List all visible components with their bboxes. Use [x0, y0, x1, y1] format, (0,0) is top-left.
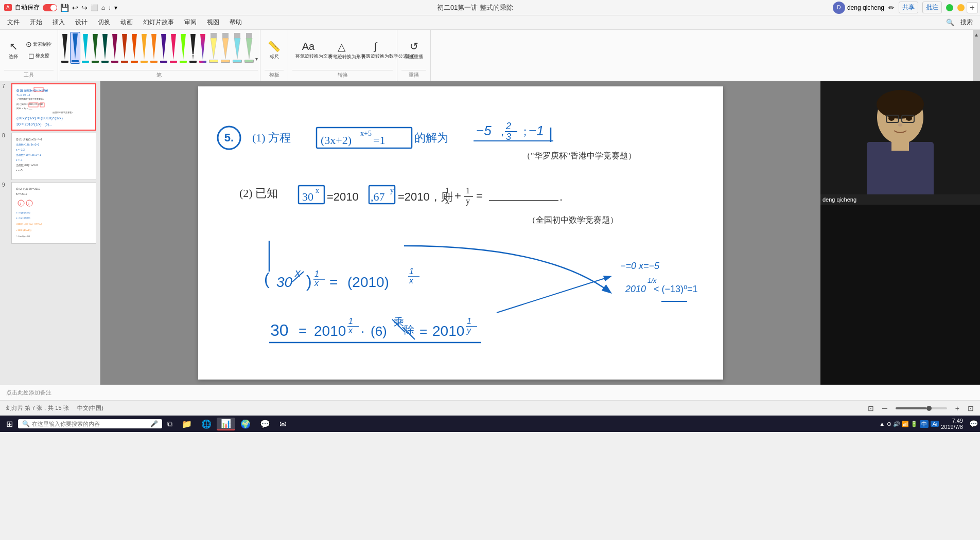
replay-btn[interactable]: ↺ 墨迹重播 [401, 38, 426, 62]
note-bar[interactable]: 点击此处添加备注 [0, 385, 980, 400]
pen-wavy[interactable] [188, 33, 198, 64]
fit-page-btn[interactable]: ⊡ [968, 404, 974, 412]
to-text-btn[interactable]: Aa 将笔迹转换为文本 [292, 39, 324, 61]
taskbar-app-mail[interactable]: ✉ [275, 418, 290, 430]
templates-group: 📏 标尺 [265, 32, 284, 68]
notification-btn[interactable]: 💬 [969, 420, 978, 428]
share-btn[interactable]: 共享 [899, 2, 918, 13]
undo-btn[interactable]: ↩ [72, 4, 78, 12]
slide-9-thumb[interactable]: ⑤ (2) 已知 30ˣ=2010 67ʸ=2010 1 2 x = log₃₀… [11, 182, 96, 244]
add-pen-btn[interactable]: + [967, 2, 978, 13]
comment-btn[interactable]: 批注 [922, 2, 942, 13]
slide-svg: 5. (1) 方程 (3x+2) x+5 =1 的解为 −5 ， 2 3 ； −… [198, 86, 723, 380]
svg-marker-15 [200, 34, 205, 60]
title-bar-left: A 自动保存 💾 ↩ ↪ ⬜ ⌂ ↓ ▾ [4, 3, 117, 12]
taskbar-app-chrome[interactable]: 🌐 [197, 418, 216, 430]
clock-date: 2019/7/8 [941, 424, 963, 430]
slide-8-thumb[interactable]: ⑤ (1) 方程(3x+2)ˣ⁺⁵=1 当底数=1时: 3x+2=1 x = -… [11, 133, 96, 180]
pen-teal[interactable] [100, 33, 110, 64]
replay-group: ↺ 墨迹重播 [401, 32, 426, 68]
lasso-tool[interactable]: ⊙ 套索制控 [24, 39, 54, 49]
pen-rose[interactable] [169, 33, 178, 64]
taskbar-app-wechat[interactable]: 💬 [256, 418, 274, 430]
menu-view[interactable]: 视图 [203, 16, 223, 28]
webcam-video [820, 81, 980, 194]
task-view-btn[interactable]: ⧉ [163, 419, 177, 429]
ime-icon[interactable]: 中 [920, 420, 929, 428]
svg-text:−1: −1 [529, 123, 544, 138]
zoom-slider[interactable] [896, 407, 947, 409]
pen-darkgreen[interactable] [91, 33, 100, 64]
clock[interactable]: 7:49 2019/7/8 [941, 418, 967, 430]
minimize-btn[interactable] [946, 4, 953, 11]
pen-purple[interactable] [159, 33, 168, 64]
pen-pink[interactable] [110, 33, 119, 64]
slide-8-num: 8 [2, 133, 9, 138]
maximize-btn[interactable] [957, 4, 965, 11]
pen-cyan[interactable] [81, 33, 90, 64]
pen-orange[interactable] [130, 33, 139, 64]
eraser-tool[interactable]: ◻ 橡皮擦 [24, 50, 54, 61]
menu-slideshow[interactable]: 幻灯片故事 [139, 16, 178, 28]
svg-text:−5: −5 [476, 123, 492, 138]
pen-green[interactable] [179, 33, 188, 64]
menu-search[interactable]: 搜索 [956, 16, 977, 28]
menu-transition[interactable]: 切换 [94, 16, 114, 28]
taskbar-search[interactable]: 🔍 🎤 [18, 419, 162, 428]
more2-icon[interactable]: ↓ [108, 4, 111, 11]
pen-gradient[interactable] [198, 33, 207, 64]
taskbar-app-edge[interactable]: 🌍 [236, 418, 255, 430]
svg-text:x: x [316, 187, 319, 194]
zoom-out-btn[interactable]: ─ [882, 404, 887, 412]
redo-btn[interactable]: ↪ [81, 4, 87, 12]
start-btn[interactable]: ⊞ [2, 418, 17, 430]
pen-amber[interactable] [149, 33, 159, 64]
slide-info: 幻灯片 第 7 张，共 15 张 [6, 404, 69, 412]
menu-file[interactable]: 文件 [3, 16, 24, 28]
taskbar-app-explorer[interactable]: 📁 [178, 418, 196, 430]
zoom-thumb[interactable] [926, 406, 932, 411]
to-shape-btn[interactable]: △ 将笔迹转换为形状 [325, 39, 357, 62]
tray-up-icon[interactable]: ▲ [879, 421, 885, 427]
more-icon[interactable]: ⌂ [101, 4, 105, 11]
pen-icon[interactable]: ✏ [888, 4, 895, 12]
taskbar-app-ppt[interactable]: 📊 [217, 418, 235, 430]
fit-width-btn[interactable]: ⊡ [868, 404, 874, 412]
pen-black[interactable] [60, 33, 69, 64]
pen-expand[interactable]: ▾ [255, 56, 258, 64]
menu-animation[interactable]: 动画 [116, 16, 137, 28]
menu-insert[interactable]: 插入 [48, 16, 69, 28]
ruler-btn[interactable]: 📏 标尺 [265, 38, 284, 62]
pen-highlight-green[interactable] [243, 32, 255, 64]
main-area: 7 ⑤ (1) 方程(3x+2)ˣ⁺⁵=1的解 为—5, 2/3; —1 （"华… [0, 81, 980, 385]
save-icon[interactable]: 💾 [60, 4, 69, 12]
pen-highlight-teal[interactable] [232, 32, 243, 64]
svg-text:(6): (6) [371, 323, 387, 339]
svg-text:+: + [454, 189, 461, 202]
autosave-toggle[interactable] [43, 4, 57, 11]
menu-design[interactable]: 设计 [71, 16, 92, 28]
svg-marker-4 [102, 34, 108, 60]
select-tool[interactable]: ↖ 选择 [4, 38, 23, 62]
menu-review[interactable]: 审阅 [180, 16, 201, 28]
tray-icons: ⊙ 🔊 📶 🔋 [887, 421, 918, 427]
svg-marker-0 [62, 34, 67, 60]
pen-highlight-yellow[interactable] [208, 32, 219, 64]
svg-text:1: 1 [466, 186, 470, 195]
zoom-in-btn[interactable]: + [955, 404, 959, 412]
to-math-btn[interactable]: ∫ 将圆迹转换为数学公式(M) [358, 39, 393, 61]
pen-yellow[interactable] [139, 33, 149, 64]
pen-redorange[interactable] [120, 33, 129, 64]
svg-text:当底数=-1时: 3x+2=-1: 当底数=-1时: 3x+2=-1 [16, 153, 41, 156]
ribbon-collapse-btn[interactable]: ▲ [973, 30, 980, 81]
insert-icon[interactable]: ⬜ [91, 4, 98, 11]
menu-home[interactable]: 开始 [26, 16, 46, 28]
svg-text:(1) 方程: (1) 方程 [252, 131, 291, 144]
slide-7-thumb[interactable]: ⑤ (1) 方程(3x+2)ˣ⁺⁵=1的解 为—5, 2/3; —1 （"华罗庚… [11, 83, 96, 131]
menu-help[interactable]: 帮助 [225, 16, 246, 28]
taskbar-search-input[interactable] [32, 421, 148, 427]
pen-blue[interactable] [70, 32, 80, 64]
svg-text:1: 1 [445, 186, 449, 195]
slide-8-svg: ⑤ (1) 方程(3x+2)ˣ⁺⁵=1 当底数=1时: 3x+2=1 x = -… [12, 133, 96, 180]
pen-highlight-orange[interactable] [220, 32, 231, 64]
